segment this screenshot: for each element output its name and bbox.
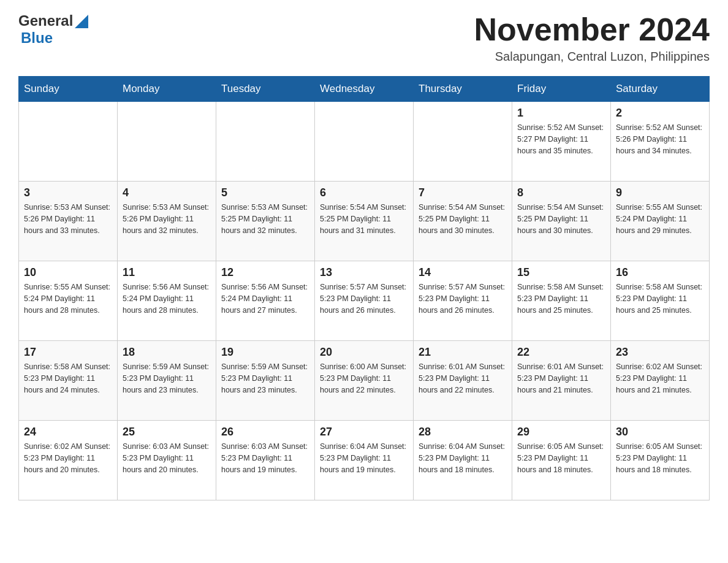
table-row: 8Sunrise: 5:54 AM Sunset: 5:25 PM Daylig… <box>512 182 611 261</box>
col-wednesday: Wednesday <box>315 77 414 102</box>
day-number: 15 <box>517 266 605 279</box>
day-number: 10 <box>24 266 112 279</box>
day-number: 14 <box>419 266 507 279</box>
day-number: 24 <box>24 426 112 439</box>
day-info: Sunrise: 6:05 AM Sunset: 5:23 PM Dayligh… <box>517 441 605 475</box>
table-row: 23Sunrise: 6:02 AM Sunset: 5:23 PM Dayli… <box>611 341 710 421</box>
table-row: 24Sunrise: 6:02 AM Sunset: 5:23 PM Dayli… <box>19 421 118 500</box>
day-number: 6 <box>320 186 408 199</box>
day-number: 5 <box>221 186 309 199</box>
day-number: 4 <box>123 186 211 199</box>
day-number: 11 <box>123 266 211 279</box>
day-number: 30 <box>616 426 704 439</box>
day-number: 20 <box>320 346 408 359</box>
day-number: 21 <box>419 346 507 359</box>
table-row: 17Sunrise: 5:58 AM Sunset: 5:23 PM Dayli… <box>19 341 118 421</box>
day-number: 2 <box>616 107 704 120</box>
logo-general-text: General <box>18 12 73 29</box>
table-row: 27Sunrise: 6:04 AM Sunset: 5:23 PM Dayli… <box>315 421 414 500</box>
day-info: Sunrise: 5:52 AM Sunset: 5:26 PM Dayligh… <box>616 122 704 156</box>
day-number: 16 <box>616 266 704 279</box>
day-info: Sunrise: 5:52 AM Sunset: 5:27 PM Dayligh… <box>517 122 605 156</box>
svg-marker-0 <box>75 15 88 28</box>
title-section: November 2024 Salapungan, Central Luzon,… <box>474 12 710 64</box>
day-number: 3 <box>24 186 112 199</box>
table-row <box>414 102 512 182</box>
table-row: 18Sunrise: 5:59 AM Sunset: 5:23 PM Dayli… <box>118 341 216 421</box>
day-info: Sunrise: 5:55 AM Sunset: 5:24 PM Dayligh… <box>616 202 704 236</box>
calendar-table: Sunday Monday Tuesday Wednesday Thursday… <box>18 76 710 500</box>
table-row: 30Sunrise: 6:05 AM Sunset: 5:23 PM Dayli… <box>611 421 710 500</box>
day-info: Sunrise: 6:02 AM Sunset: 5:23 PM Dayligh… <box>24 441 112 475</box>
table-row: 19Sunrise: 5:59 AM Sunset: 5:23 PM Dayli… <box>216 341 315 421</box>
day-number: 19 <box>221 346 309 359</box>
day-info: Sunrise: 5:58 AM Sunset: 5:23 PM Dayligh… <box>616 282 704 316</box>
day-number: 23 <box>616 346 704 359</box>
day-info: Sunrise: 5:58 AM Sunset: 5:23 PM Dayligh… <box>24 361 112 396</box>
day-info: Sunrise: 5:56 AM Sunset: 5:24 PM Dayligh… <box>221 282 309 316</box>
table-row: 7Sunrise: 5:54 AM Sunset: 5:25 PM Daylig… <box>414 182 512 261</box>
day-info: Sunrise: 6:03 AM Sunset: 5:23 PM Dayligh… <box>123 441 211 475</box>
day-info: Sunrise: 5:55 AM Sunset: 5:24 PM Dayligh… <box>24 282 112 316</box>
table-row: 16Sunrise: 5:58 AM Sunset: 5:23 PM Dayli… <box>611 261 710 341</box>
calendar-header-row: Sunday Monday Tuesday Wednesday Thursday… <box>19 77 710 102</box>
day-info: Sunrise: 6:05 AM Sunset: 5:23 PM Dayligh… <box>616 441 704 475</box>
day-info: Sunrise: 5:53 AM Sunset: 5:25 PM Dayligh… <box>221 202 309 236</box>
day-number: 26 <box>221 426 309 439</box>
table-row <box>19 102 118 182</box>
day-info: Sunrise: 6:04 AM Sunset: 5:23 PM Dayligh… <box>320 441 408 475</box>
day-info: Sunrise: 5:59 AM Sunset: 5:23 PM Dayligh… <box>123 361 211 396</box>
col-monday: Monday <box>118 77 216 102</box>
day-info: Sunrise: 5:54 AM Sunset: 5:25 PM Dayligh… <box>517 202 605 236</box>
logo: General Blue <box>18 12 88 47</box>
table-row: 1Sunrise: 5:52 AM Sunset: 5:27 PM Daylig… <box>512 102 611 182</box>
day-info: Sunrise: 5:58 AM Sunset: 5:23 PM Dayligh… <box>517 282 605 316</box>
table-row: 11Sunrise: 5:56 AM Sunset: 5:24 PM Dayli… <box>118 261 216 341</box>
logo-blue-text: Blue <box>21 29 53 47</box>
table-row <box>118 102 216 182</box>
day-number: 7 <box>419 186 507 199</box>
table-row: 9Sunrise: 5:55 AM Sunset: 5:24 PM Daylig… <box>611 182 710 261</box>
table-row: 29Sunrise: 6:05 AM Sunset: 5:23 PM Dayli… <box>512 421 611 500</box>
col-sunday: Sunday <box>19 77 118 102</box>
table-row: 13Sunrise: 5:57 AM Sunset: 5:23 PM Dayli… <box>315 261 414 341</box>
table-row <box>216 102 315 182</box>
table-row: 2Sunrise: 5:52 AM Sunset: 5:26 PM Daylig… <box>611 102 710 182</box>
day-number: 9 <box>616 186 704 199</box>
day-info: Sunrise: 5:54 AM Sunset: 5:25 PM Dayligh… <box>419 202 507 236</box>
month-title: November 2024 <box>474 12 710 47</box>
calendar-week-1: 1Sunrise: 5:52 AM Sunset: 5:27 PM Daylig… <box>19 102 710 182</box>
page-header: General Blue November 2024 Salapungan, C… <box>18 12 710 64</box>
day-number: 28 <box>419 426 507 439</box>
day-number: 8 <box>517 186 605 199</box>
col-saturday: Saturday <box>611 77 710 102</box>
day-info: Sunrise: 6:01 AM Sunset: 5:23 PM Dayligh… <box>517 361 605 396</box>
day-info: Sunrise: 6:04 AM Sunset: 5:23 PM Dayligh… <box>419 441 507 475</box>
day-info: Sunrise: 6:02 AM Sunset: 5:23 PM Dayligh… <box>616 361 704 396</box>
day-number: 18 <box>123 346 211 359</box>
day-number: 25 <box>123 426 211 439</box>
table-row: 3Sunrise: 5:53 AM Sunset: 5:26 PM Daylig… <box>19 182 118 261</box>
day-number: 17 <box>24 346 112 359</box>
day-info: Sunrise: 6:01 AM Sunset: 5:23 PM Dayligh… <box>419 361 507 396</box>
calendar-week-2: 3Sunrise: 5:53 AM Sunset: 5:26 PM Daylig… <box>19 182 710 261</box>
col-tuesday: Tuesday <box>216 77 315 102</box>
day-number: 29 <box>517 426 605 439</box>
day-number: 13 <box>320 266 408 279</box>
table-row: 14Sunrise: 5:57 AM Sunset: 5:23 PM Dayli… <box>414 261 512 341</box>
day-info: Sunrise: 6:03 AM Sunset: 5:23 PM Dayligh… <box>221 441 309 475</box>
day-info: Sunrise: 5:53 AM Sunset: 5:26 PM Dayligh… <box>123 202 211 236</box>
location-subtitle: Salapungan, Central Luzon, Philippines <box>474 50 710 64</box>
day-number: 12 <box>221 266 309 279</box>
table-row: 22Sunrise: 6:01 AM Sunset: 5:23 PM Dayli… <box>512 341 611 421</box>
table-row: 20Sunrise: 6:00 AM Sunset: 5:23 PM Dayli… <box>315 341 414 421</box>
logo-triangle-icon <box>75 15 88 28</box>
table-row: 25Sunrise: 6:03 AM Sunset: 5:23 PM Dayli… <box>118 421 216 500</box>
day-info: Sunrise: 5:57 AM Sunset: 5:23 PM Dayligh… <box>419 282 507 316</box>
day-number: 1 <box>517 107 605 120</box>
day-info: Sunrise: 5:54 AM Sunset: 5:25 PM Dayligh… <box>320 202 408 236</box>
table-row <box>315 102 414 182</box>
day-info: Sunrise: 5:56 AM Sunset: 5:24 PM Dayligh… <box>123 282 211 316</box>
table-row: 5Sunrise: 5:53 AM Sunset: 5:25 PM Daylig… <box>216 182 315 261</box>
col-friday: Friday <box>512 77 611 102</box>
